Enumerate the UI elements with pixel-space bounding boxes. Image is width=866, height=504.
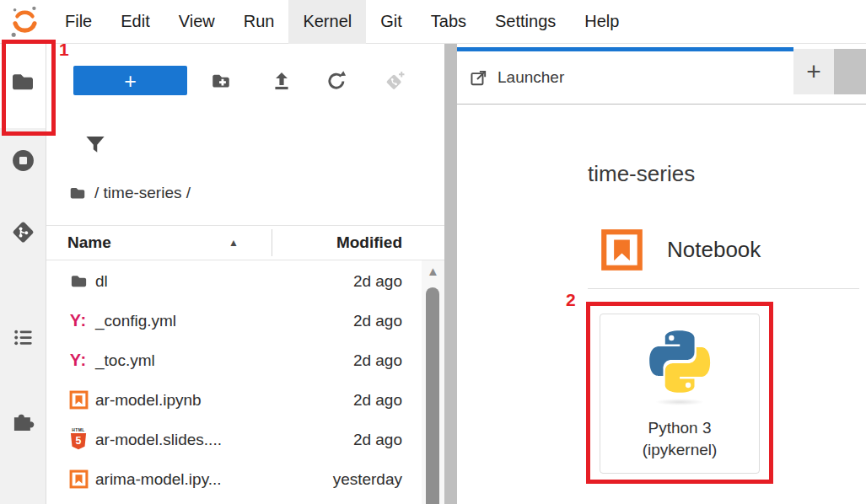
file-modified: yesterday bbox=[333, 470, 402, 489]
python-logo-icon bbox=[643, 325, 716, 398]
menu-settings[interactable]: Settings bbox=[481, 0, 570, 44]
svg-text:5: 5 bbox=[76, 434, 82, 446]
html-icon: HTML 5 bbox=[68, 427, 89, 453]
sidebar-item-git[interactable] bbox=[0, 219, 46, 245]
file-row-arima-model-ipynb[interactable]: arima-model.ipy... yesterday bbox=[46, 459, 422, 499]
menu-help[interactable]: Help bbox=[570, 0, 633, 44]
filter-funnel-icon[interactable] bbox=[83, 131, 108, 157]
menu-bar: File Edit View Run Kernel Git Tabs Setti… bbox=[0, 0, 866, 44]
panel-splitter-handle[interactable] bbox=[444, 44, 457, 504]
svg-text:HTML: HTML bbox=[72, 427, 84, 432]
git-icon bbox=[10, 219, 36, 245]
file-row-toc-yml[interactable]: Y: _toc.yml 2d ago bbox=[46, 340, 422, 380]
kernel-card-title: Python 3 bbox=[643, 417, 718, 439]
sidebar-item-file-browser[interactable] bbox=[0, 68, 46, 95]
scrollbar-thumb[interactable] bbox=[426, 287, 439, 504]
sidebar-item-extensions[interactable] bbox=[0, 407, 46, 432]
launcher-panel: + Launcher time-series Notebook bbox=[457, 44, 866, 504]
file-list-header: Name ▲ Modified bbox=[46, 226, 422, 260]
file-name: ar-model.slides.... bbox=[95, 431, 222, 449]
column-header-name[interactable]: Name bbox=[67, 226, 111, 260]
jupyterlab-window: File Edit View Run Kernel Git Tabs Setti… bbox=[0, 0, 866, 504]
notebook-section-title: Notebook bbox=[667, 237, 761, 263]
puzzle-icon bbox=[11, 407, 35, 432]
file-row-dl[interactable]: dl 2d ago bbox=[46, 261, 422, 301]
annotation-label-step1: 1 bbox=[59, 40, 69, 60]
file-row-config-yml[interactable]: Y: _config.yml 2d ago bbox=[46, 301, 422, 340]
launcher-cwd-title: time-series bbox=[588, 161, 695, 187]
file-name: ar-model.ipynb bbox=[95, 391, 202, 410]
notebook-icon bbox=[600, 228, 643, 271]
kernel-card-subtitle: (ipykernel) bbox=[643, 439, 718, 461]
tab-label: Launcher bbox=[498, 68, 564, 87]
file-list: dl 2d ago Y: _config.yml 2d ago Y: _toc.… bbox=[46, 261, 422, 499]
folder-icon bbox=[9, 68, 36, 95]
breadcrumb-path[interactable]: / time-series / bbox=[94, 184, 191, 202]
sort-ascending-icon[interactable]: ▲ bbox=[229, 226, 239, 260]
git-clone-icon-disabled[interactable] bbox=[384, 70, 406, 92]
file-modified: 2d ago bbox=[353, 272, 402, 291]
file-modified: 2d ago bbox=[353, 312, 402, 330]
notebook-section-header: Notebook bbox=[600, 228, 761, 271]
menu-kernel[interactable]: Kernel bbox=[288, 0, 366, 44]
menu-run[interactable]: Run bbox=[229, 0, 289, 44]
file-name: _toc.yml bbox=[95, 351, 155, 370]
section-divider bbox=[588, 288, 859, 289]
tab-launcher[interactable]: Launcher bbox=[457, 47, 793, 104]
file-name: arima-model.ipy... bbox=[95, 470, 222, 489]
tab-bar-divider bbox=[457, 104, 866, 105]
kernel-card-python3[interactable]: Python 3 (ipykernel) bbox=[600, 314, 760, 474]
refresh-icon[interactable] bbox=[325, 70, 347, 92]
home-folder-icon[interactable] bbox=[68, 184, 87, 202]
file-row-ar-model-slides[interactable]: HTML 5 ar-model.slides.... 2d ago bbox=[46, 420, 422, 459]
menu-view[interactable]: View bbox=[164, 0, 229, 44]
new-tab-button[interactable]: + bbox=[793, 49, 834, 94]
left-sidebar bbox=[0, 44, 46, 504]
sidebar-item-table-of-contents[interactable] bbox=[0, 326, 46, 349]
breadcrumb: / time-series / bbox=[68, 184, 191, 202]
logo-shadow bbox=[655, 399, 704, 405]
file-modified: 2d ago bbox=[353, 391, 402, 410]
notebook-icon bbox=[69, 469, 89, 489]
file-name: dl bbox=[95, 272, 108, 291]
yaml-icon: Y: bbox=[70, 351, 88, 370]
launcher-icon bbox=[469, 68, 488, 88]
annotation-label-step2: 2 bbox=[566, 290, 576, 310]
new-folder-icon[interactable] bbox=[210, 70, 232, 92]
menu-git[interactable]: Git bbox=[366, 0, 417, 44]
menu-file[interactable]: File bbox=[51, 0, 106, 44]
new-launcher-button[interactable]: + bbox=[73, 66, 187, 95]
stop-circle-icon bbox=[10, 147, 36, 174]
sidebar-item-running-sessions[interactable] bbox=[0, 147, 46, 174]
file-modified: 2d ago bbox=[353, 431, 402, 449]
scrollbar-up-icon[interactable]: ▲ bbox=[422, 264, 444, 278]
tab-bar-empty-area bbox=[834, 49, 866, 94]
yaml-icon: Y: bbox=[70, 311, 88, 330]
notebook-icon bbox=[69, 390, 89, 410]
menu-tabs[interactable]: Tabs bbox=[417, 0, 481, 44]
file-browser-panel: + / time-series / bbox=[46, 44, 444, 504]
file-modified: 2d ago bbox=[353, 351, 402, 370]
menu-items: File Edit View Run Kernel Git Tabs Setti… bbox=[51, 0, 633, 44]
column-divider[interactable] bbox=[272, 229, 272, 256]
upload-icon[interactable] bbox=[271, 70, 293, 92]
column-header-modified[interactable]: Modified bbox=[336, 226, 402, 260]
folder-icon bbox=[69, 271, 89, 291]
jupyter-logo-icon bbox=[8, 4, 40, 40]
file-list-scrollbar[interactable]: ▲ bbox=[422, 260, 444, 504]
list-icon bbox=[12, 326, 35, 349]
divider bbox=[46, 260, 444, 260]
file-name: _config.yml bbox=[95, 312, 176, 330]
file-row-ar-model-ipynb[interactable]: ar-model.ipynb 2d ago bbox=[46, 380, 422, 420]
menu-edit[interactable]: Edit bbox=[106, 0, 164, 44]
